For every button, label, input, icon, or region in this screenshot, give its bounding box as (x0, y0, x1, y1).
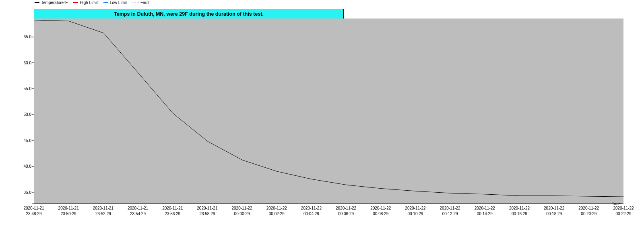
legend-item: Temperature°F (35, 0, 68, 5)
x-tick: 2020-11-2200:18:29 (538, 206, 571, 217)
x-tick: 2020-11-2200:22:29 (607, 206, 640, 217)
x-tick-time: 00:12:29 (433, 211, 466, 217)
plot-area (34, 19, 623, 204)
legend-label: Low Limit (110, 0, 127, 5)
x-tick: 2020-11-2123:56:29 (156, 206, 189, 217)
x-tick-time: 00:20:29 (572, 211, 605, 217)
x-tick: 2020-11-2123:50:29 (52, 206, 85, 217)
legend-label: Fault (140, 0, 149, 5)
x-tick-time: 00:06:29 (330, 211, 363, 217)
x-tick: 2020-11-2200:10:29 (399, 206, 432, 217)
x-tick-time: 23:54:29 (122, 211, 155, 217)
x-tick-date: 2020-11-22 (503, 206, 536, 211)
x-tick: 2020-11-2200:16:29 (503, 206, 536, 217)
x-tick-time: 00:10:29 (399, 211, 432, 217)
x-tick-date: 2020-11-22 (433, 206, 466, 211)
legend-swatch (73, 2, 78, 3)
x-tick-date: 2020-11-22 (364, 206, 397, 211)
x-tick: 2020-11-2200:14:29 (468, 206, 501, 217)
legend: Temperature°F High Limit Low Limit Fault (35, 0, 149, 5)
x-tick-time: 00:16:29 (503, 211, 536, 217)
y-tick: 45.0 (3, 138, 31, 142)
x-tick-time: 00:22:29 (607, 211, 640, 217)
x-tick-time: 00:14:29 (468, 211, 501, 217)
x-tick: 2020-11-2123:58:29 (191, 206, 224, 217)
x-tick-date: 2020-11-21 (156, 206, 189, 211)
x-tick: 2020-11-2200:04:29 (295, 206, 328, 217)
legend-item: Fault (132, 0, 149, 5)
x-tick-time: 23:48:29 (17, 211, 50, 217)
x-tick-date: 2020-11-22 (399, 206, 432, 211)
x-tick: 2020-11-2123:48:29 (17, 206, 50, 217)
x-tick-time: 23:52:29 (87, 211, 120, 217)
y-tick: 40.0 (3, 164, 31, 169)
x-tick-date: 2020-11-21 (17, 206, 50, 211)
y-tick: 60.0 (3, 60, 31, 65)
y-tick: 65.0 (3, 35, 31, 39)
x-tick: 2020-11-2200:02:29 (260, 206, 293, 217)
legend-label: Temperature°F (41, 0, 68, 5)
x-tick-time: 23:58:29 (191, 211, 224, 217)
x-tick-date: 2020-11-22 (295, 206, 328, 211)
x-tick-date: 2020-11-22 (260, 206, 293, 211)
x-tick-date: 2020-11-22 (330, 206, 363, 211)
legend-swatch (103, 2, 108, 3)
x-tick-date: 2020-11-22 (572, 206, 605, 211)
x-tick: 2020-11-2123:52:29 (87, 206, 120, 217)
x-tick-date: 2020-11-21 (87, 206, 120, 211)
x-tick: 2020-11-2200:08:29 (364, 206, 397, 217)
x-tick: 2020-11-2200:20:29 (572, 206, 605, 217)
legend-item: High Limit (73, 0, 97, 5)
x-tick: 2020-11-2123:54:29 (122, 206, 155, 217)
y-tick: 55.0 (3, 86, 31, 91)
x-tick-date: 2020-11-22 (607, 206, 640, 211)
x-tick: 2020-11-2200:12:29 (433, 206, 466, 217)
x-tick-date: 2020-11-21 (122, 206, 155, 211)
x-tick: 2020-11-2200:06:29 (330, 206, 363, 217)
legend-label: High Limit (80, 0, 97, 5)
x-tick-time: 00:04:29 (295, 211, 328, 217)
y-tick: 50.0 (3, 112, 31, 117)
x-tick-time: 00:08:29 (364, 211, 397, 217)
legend-item: Low Limit (103, 0, 127, 5)
y-tick: 35.0 (3, 190, 31, 194)
chart-svg (34, 19, 624, 204)
x-tick-date: 2020-11-22 (538, 206, 571, 211)
x-tick-date: 2020-11-22 (225, 206, 258, 211)
x-tick: 2020-11-2200:00:29 (225, 206, 258, 217)
x-tick-date: 2020-11-22 (468, 206, 501, 211)
x-tick-time: 23:56:29 (156, 211, 189, 217)
chart-annotation: Temps in Duluth, MN, were 29F during the… (34, 9, 344, 19)
x-tick-time: 23:50:29 (52, 211, 85, 217)
x-tick-time: 00:18:29 (538, 211, 571, 217)
legend-swatch (132, 2, 139, 3)
x-tick-time: 00:00:29 (225, 211, 258, 217)
legend-swatch (35, 2, 39, 3)
x-tick-date: 2020-11-21 (52, 206, 85, 211)
x-tick-time: 00:02:29 (260, 211, 293, 217)
series-temperature (34, 20, 624, 197)
x-tick-date: 2020-11-21 (191, 206, 224, 211)
